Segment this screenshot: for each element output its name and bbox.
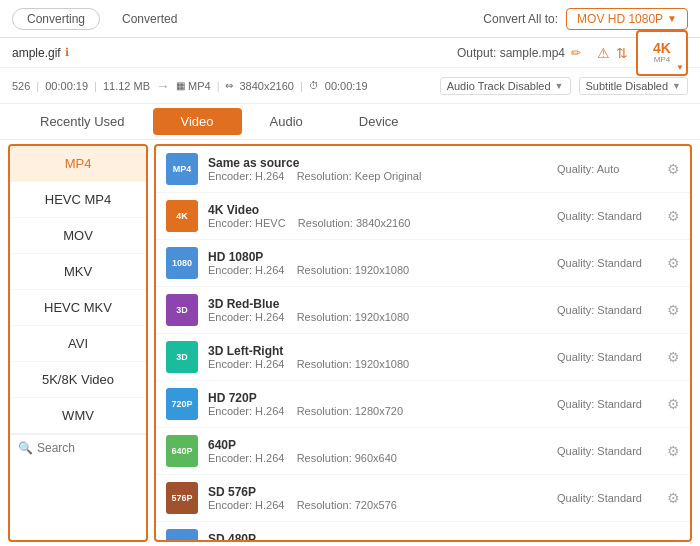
sidebar-item-avi[interactable]: AVI [10,326,146,362]
format-quality: Quality: Standard [557,398,657,410]
filesize: 11.12 MB [103,80,150,92]
badge-4k[interactable]: 4K MP4 ▼ [636,30,688,76]
gear-icon[interactable]: ⚙ [667,490,680,506]
top-bar-right: Convert All to: MOV HD 1080P ▼ [483,8,688,30]
gear-icon[interactable]: ⚙ [667,443,680,459]
badge-4k-sub: MP4 [654,55,670,64]
gear-icon[interactable]: ⚙ [667,161,680,177]
format-encoder: Encoder: H.264 Resolution: 1920x1080 [208,358,547,370]
format-item[interactable]: 3D 3D Left-Right Encoder: H.264 Resoluti… [156,334,690,381]
arrow-right-icon: → [156,78,170,94]
format-item[interactable]: MP4 Same as source Encoder: H.264 Resolu… [156,146,690,193]
format-icon: 576P [166,482,198,514]
gear-icon[interactable]: ⚙ [667,208,680,224]
converting-button[interactable]: Converting [12,8,100,30]
chevron-down-icon: ▼ [667,13,677,24]
format-out: ▦ MP4 [176,80,211,92]
format-info: 640P Encoder: H.264 Resolution: 960x640 [208,438,547,464]
format-name: HD 1080P [208,250,547,264]
format-encoder: Encoder: H.264 Resolution: 1280x720 [208,405,547,417]
format-info: SD 480P Encoder: H.264 Resolution: 720x4… [208,532,547,542]
sidebar-search: 🔍 [10,434,146,461]
format-quality: Quality: Standard [557,351,657,363]
format-encoder: Encoder: H.264 Resolution: Keep Original [208,170,547,182]
tab-recently-used[interactable]: Recently Used [12,108,153,135]
format-info: Same as source Encoder: H.264 Resolution… [208,156,547,182]
resolution-in: 526 [12,80,30,92]
format-item[interactable]: 1080 HD 1080P Encoder: H.264 Resolution:… [156,240,690,287]
format-info: 3D Red-Blue Encoder: H.264 Resolution: 1… [208,297,547,323]
content-area: Recently Used Video Audio Device MP4 HEV… [0,104,700,546]
icons-right: ⚠ ⇅ [597,45,628,61]
format-quality: Quality: Auto [557,163,657,175]
format-item[interactable]: 640P 640P Encoder: H.264 Resolution: 960… [156,428,690,475]
format-icon: 480P [166,529,198,542]
search-input[interactable] [37,441,138,455]
sidebar-item-hevc-mp4[interactable]: HEVC MP4 [10,182,146,218]
meta-left: 526 | 00:00:19 | 11.12 MB → ▦ MP4 | ⇔ 38… [12,78,430,94]
audio-chevron-icon: ▼ [555,81,564,91]
sidebar-item-5k8k[interactable]: 5K/8K Video [10,362,146,398]
format-encoder: Encoder: H.264 Resolution: 720x576 [208,499,547,511]
subtitle-label: Subtitle Disabled [586,80,669,92]
audio-track-label: Audio Track Disabled [447,80,551,92]
converted-button[interactable]: Converted [108,9,191,29]
output-label: Output: sample.mp4 [457,46,565,60]
audio-track-dropdown[interactable]: Audio Track Disabled ▼ [440,77,571,95]
file-bar: ample.gif ℹ Output: sample.mp4 ✏ ⚠ ⇅ 4K … [0,38,700,68]
gear-icon[interactable]: ⚙ [667,255,680,271]
format-list: MP4 Same as source Encoder: H.264 Resolu… [154,144,692,542]
format-info: HD 720P Encoder: H.264 Resolution: 1280x… [208,391,547,417]
tab-video[interactable]: Video [153,108,242,135]
format-quality: Quality: Standard [557,257,657,269]
sidebar-item-mov[interactable]: MOV [10,218,146,254]
format-item[interactable]: 3D 3D Red-Blue Encoder: H.264 Resolution… [156,287,690,334]
format-encoder: Encoder: H.264 Resolution: 960x640 [208,452,547,464]
meta-right: Audio Track Disabled ▼ Subtitle Disabled… [440,77,688,95]
resolution-out: 3840x2160 [239,80,293,92]
format-icon: 4K [166,200,198,232]
gear-icon[interactable]: ⚙ [667,537,680,542]
format-item[interactable]: 720P HD 720P Encoder: H.264 Resolution: … [156,381,690,428]
duration-in: 00:00:19 [45,80,88,92]
format-item[interactable]: 480P SD 480P Encoder: H.264 Resolution: … [156,522,690,542]
tab-audio[interactable]: Audio [242,108,331,135]
output-info: Output: sample.mp4 ✏ ⚠ ⇅ [457,45,628,61]
edit-icon[interactable]: ✏ [571,46,581,60]
format-name: 3D Left-Right [208,344,547,358]
convert-all-value: MOV HD 1080P [577,12,663,26]
format-icon: ▦ [176,80,185,91]
file-name: ample.gif [12,46,61,60]
separator3: | [217,80,220,92]
sidebar-item-mp4[interactable]: MP4 [10,146,146,182]
format-label: MP4 [188,80,211,92]
format-encoder: Encoder: H.264 Resolution: 1920x1080 [208,311,547,323]
warning-icon[interactable]: ⚠ [597,45,610,61]
format-icon: 3D [166,294,198,326]
gear-icon[interactable]: ⚙ [667,349,680,365]
format-info: HD 1080P Encoder: H.264 Resolution: 1920… [208,250,547,276]
top-bar-left: Converting Converted [12,8,191,30]
tab-device[interactable]: Device [331,108,427,135]
separator4: | [300,80,303,92]
resize-icon: ⇔ [225,80,233,91]
format-name: 3D Red-Blue [208,297,547,311]
badge-4k-label: 4K [653,41,671,55]
format-quality: Quality: Standard [557,539,657,542]
subtitle-dropdown[interactable]: Subtitle Disabled ▼ [579,77,688,95]
sidebar-item-hevc-mkv[interactable]: HEVC MKV [10,290,146,326]
top-bar: Converting Converted Convert All to: MOV… [0,0,700,38]
settings-icon[interactable]: ⇅ [616,45,628,61]
info-icon[interactable]: ℹ [65,46,69,59]
convert-all-label: Convert All to: [483,12,558,26]
format-item[interactable]: 576P SD 576P Encoder: H.264 Resolution: … [156,475,690,522]
sidebar-item-wmv[interactable]: WMV [10,398,146,434]
sidebar-item-mkv[interactable]: MKV [10,254,146,290]
convert-all-button[interactable]: MOV HD 1080P ▼ [566,8,688,30]
gear-icon[interactable]: ⚙ [667,302,680,318]
search-icon: 🔍 [18,441,33,455]
format-item[interactable]: 4K 4K Video Encoder: HEVC Resolution: 38… [156,193,690,240]
format-icon: 1080 [166,247,198,279]
gear-icon[interactable]: ⚙ [667,396,680,412]
format-icon: MP4 [166,153,198,185]
